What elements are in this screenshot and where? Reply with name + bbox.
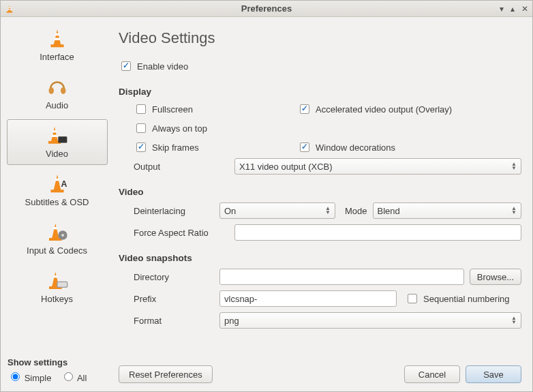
svg-rect-25	[53, 275, 57, 277]
deinterlacing-label: Deinterlacing	[134, 206, 214, 216]
svg-rect-7	[50, 44, 63, 47]
svg-rect-14	[58, 136, 67, 142]
sidebar-item-subtitles[interactable]: A Subtitles & OSD	[7, 168, 108, 213]
chevron-updown-icon: ▲▼	[325, 207, 331, 215]
show-settings: Show settings Simple All	[3, 353, 110, 389]
svg-rect-3	[7, 11, 12, 12]
radio-simple[interactable]: Simple	[7, 373, 51, 383]
always-on-top-checkbox[interactable]	[136, 123, 146, 133]
sidebar-label: Hotkeys	[10, 294, 104, 304]
svg-marker-15	[53, 175, 61, 190]
svg-rect-2	[9, 9, 11, 10]
radio-all[interactable]: All	[61, 373, 87, 383]
skip-frames-label: Skip frames	[152, 142, 199, 153]
prefix-input[interactable]	[219, 290, 397, 307]
svg-rect-12	[52, 135, 57, 137]
svg-rect-16	[55, 179, 59, 181]
sidebar-label: Input & Codecs	[10, 245, 104, 256]
svg-point-9	[61, 87, 66, 94]
mode-label: Mode	[345, 206, 367, 216]
maximize-icon[interactable]: ▴	[511, 4, 515, 14]
svg-rect-5	[55, 33, 59, 35]
format-label: Format	[134, 316, 214, 326]
browse-button[interactable]: Browse...	[470, 269, 521, 285]
sidebar-label: Audio	[10, 100, 104, 110]
svg-rect-6	[54, 38, 59, 40]
fullscreen-checkbox[interactable]	[136, 104, 146, 114]
svg-marker-10	[50, 127, 57, 142]
enable-video-checkbox[interactable]	[121, 61, 131, 71]
sidebar-item-interface[interactable]: Interface	[7, 22, 108, 68]
svg-point-23	[61, 234, 64, 237]
svg-marker-4	[53, 29, 61, 45]
sidebar-item-input-codecs[interactable]: Input & Codecs	[7, 216, 108, 262]
fullscreen-label: Fullscreen	[152, 104, 193, 115]
window-dec-label: Window decorations	[316, 142, 395, 153]
chevron-updown-icon: ▲▼	[511, 162, 517, 170]
enable-video-label: Enable video	[137, 61, 188, 72]
cone-film-icon	[10, 124, 104, 147]
show-settings-header: Show settings	[7, 357, 106, 367]
sidebar-label: Subtitles & OSD	[10, 197, 104, 207]
cone-keyboard-icon	[10, 269, 104, 292]
cancel-button[interactable]: Cancel	[404, 365, 460, 383]
sequential-numbering-checkbox[interactable]	[408, 294, 417, 303]
cone-text-icon: A	[10, 172, 104, 196]
sidebar-label: Interface	[10, 52, 104, 62]
headphones-icon	[10, 76, 104, 99]
prefix-label: Prefix	[134, 294, 214, 304]
force-ar-label: Force Aspect Ratio	[134, 228, 229, 238]
vlc-cone-icon	[5, 4, 14, 14]
skip-frames-checkbox[interactable]	[136, 142, 146, 152]
accel-label: Accelerated video output (Overlay)	[316, 104, 452, 115]
chevron-updown-icon: ▲▼	[511, 207, 517, 215]
svg-marker-19	[52, 224, 59, 239]
always-top-label: Always on top	[152, 123, 207, 134]
svg-point-8	[48, 87, 54, 94]
svg-text:A: A	[61, 179, 67, 189]
snapshots-header: Video snapshots	[119, 253, 521, 263]
deinterlacing-select[interactable]: On ▲▼	[219, 202, 335, 219]
cone-disc-icon	[10, 221, 104, 244]
video-header: Video	[119, 187, 521, 197]
save-button[interactable]: Save	[466, 365, 521, 383]
reset-preferences-button[interactable]: Reset Preferences	[119, 365, 213, 383]
svg-rect-11	[52, 130, 56, 132]
sidebar-item-hotkeys[interactable]: Hotkeys	[7, 265, 108, 310]
mode-select[interactable]: Blend ▲▼	[373, 202, 521, 219]
force-ar-input[interactable]	[234, 224, 521, 241]
output-select[interactable]: X11 video output (XCB) ▲▼	[234, 158, 521, 175]
minimize-icon[interactable]: ▾	[500, 4, 504, 14]
page-title: Video Settings	[119, 29, 521, 47]
sidebar-item-video[interactable]: Video	[7, 119, 108, 165]
close-icon[interactable]: ✕	[521, 4, 528, 14]
cone-icon	[10, 27, 104, 50]
svg-rect-20	[53, 227, 57, 229]
svg-rect-27	[57, 282, 67, 287]
window-dec-checkbox[interactable]	[300, 142, 309, 152]
window-title: Preferences	[1, 3, 532, 14]
sidebar-label: Video	[10, 149, 104, 159]
output-label: Output	[134, 162, 229, 172]
sidebar-item-audio[interactable]: Audio	[7, 71, 108, 117]
format-select[interactable]: png ▲▼	[219, 312, 521, 329]
directory-label: Directory	[134, 272, 214, 282]
svg-marker-0	[8, 5, 11, 12]
svg-rect-1	[9, 7, 10, 7]
seq-num-label: Sequential numbering	[423, 294, 509, 304]
directory-input[interactable]	[219, 269, 464, 285]
chevron-updown-icon: ▲▼	[511, 316, 517, 325]
titlebar: Preferences ▾ ▴ ✕	[1, 1, 532, 17]
svg-rect-17	[50, 190, 63, 192]
display-header: Display	[119, 87, 521, 97]
accel-checkbox[interactable]	[300, 104, 309, 114]
